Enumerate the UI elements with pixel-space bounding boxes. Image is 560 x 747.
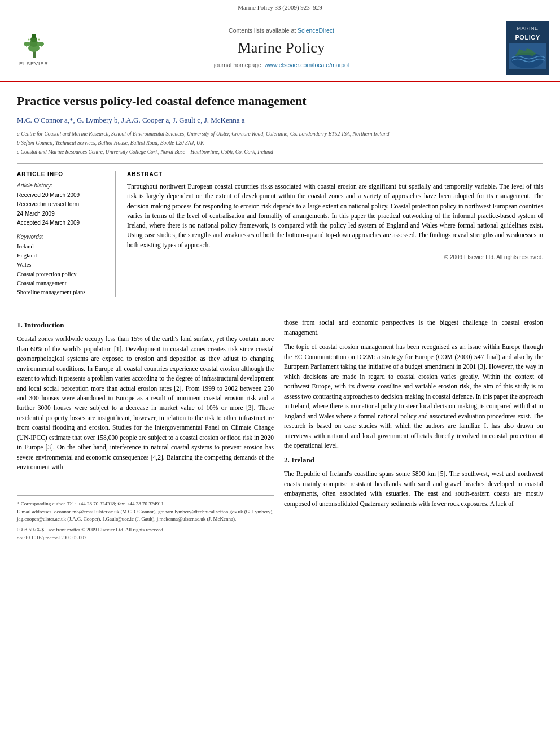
homepage-link[interactable]: www.elsevier.com/locate/marpol <box>265 62 349 68</box>
accepted-date: Accepted 24 March 2009 <box>17 219 108 228</box>
revised-date: 24 March 2009 <box>17 210 108 219</box>
journal-citation: Marine Policy 33 (2009) 923–929 <box>238 4 322 11</box>
homepage-label: journal homepage: <box>214 62 263 68</box>
contents-text: Contents lists available at <box>229 27 296 34</box>
marine-policy-box: MARINE POLICY <box>506 21 549 75</box>
keyword-5: Coastal management <box>17 279 108 287</box>
article-content: Practice versus policy-led coastal defen… <box>0 82 560 318</box>
mp-bottom: POLICY <box>509 33 546 41</box>
article-title: Practice versus policy-led coastal defen… <box>17 93 543 110</box>
svg-point-10 <box>41 46 42 47</box>
section1-para1: Coastal zones worldwide occupy less than… <box>17 334 274 473</box>
journal-title: Marine Policy <box>56 37 506 59</box>
section1-para2: those from social and economic perspecti… <box>284 318 543 338</box>
journal-center: Contents lists available at ScienceDirec… <box>56 27 506 69</box>
section1-heading-text: 1. Introduction <box>17 321 64 329</box>
svg-point-5 <box>24 42 30 46</box>
elsevier-logo: ELSEVIER <box>11 28 56 68</box>
divider-2 <box>17 305 543 305</box>
keywords-label: Keywords: <box>17 233 108 242</box>
section1-para3: The topic of coastal erosion management … <box>284 342 543 451</box>
left-column: 1. Introduction Coastal zones worldwide … <box>17 318 274 542</box>
affiliation-b: b Sefton Council, Technical Services, Ba… <box>17 139 543 147</box>
issn-note: 0308-597X/$ - see front matter © 2009 El… <box>17 526 274 534</box>
affiliation-a: a Centre for Coastal and Marine Research… <box>17 130 543 138</box>
keywords-section: Keywords: Ireland England Wales Coastal … <box>17 233 108 297</box>
section2-para1: The Republic of Ireland's coastline span… <box>284 469 543 509</box>
section1-heading: 1. Introduction <box>17 320 274 331</box>
elsevier-tree-icon <box>19 28 50 59</box>
body-columns: 1. Introduction Coastal zones worldwide … <box>0 318 560 542</box>
keyword-1: Ireland <box>17 242 108 251</box>
received-date: Received 20 March 2009 <box>17 191 108 200</box>
journal-citation-bar: Marine Policy 33 (2009) 923–929 <box>0 0 560 15</box>
divider <box>17 163 543 164</box>
footer-bottom-area: 0308-597X/$ - see front matter © 2009 El… <box>17 526 274 541</box>
abstract-title: ABSTRACT <box>127 171 543 179</box>
footnotes-area: * Corresponding author. Tel.: +44 28 70 … <box>17 495 274 523</box>
elsevier-wordmark: ELSEVIER <box>19 60 49 68</box>
page: Marine Policy 33 (2009) 923–929 <box>0 0 560 747</box>
keyword-2: England <box>17 251 108 260</box>
article-info-column: ARTICLE INFO Article history: Received 2… <box>17 171 116 298</box>
svg-point-9 <box>26 46 27 47</box>
keyword-6: Shoreline management plans <box>17 288 108 296</box>
corresponding-note: * Corresponding author. Tel.: +44 28 70 … <box>17 500 274 508</box>
info-abstract-section: ARTICLE INFO Article history: Received 2… <box>17 171 543 298</box>
svg-point-7 <box>28 39 29 41</box>
keyword-4: Coastal protection policy <box>17 270 108 278</box>
sciencedirect-link[interactable]: ScienceDirect <box>298 27 334 34</box>
svg-point-4 <box>32 34 36 38</box>
article-info-title: ARTICLE INFO <box>17 171 108 179</box>
right-column: those from social and economic perspecti… <box>284 318 543 542</box>
svg-point-8 <box>38 39 40 41</box>
authors-text: M.C. O'Connor a,*, G. Lymbery b, J.A.G. … <box>17 116 244 124</box>
doi-note: doi:10.1016/j.marpol.2009.03.007 <box>17 534 274 541</box>
journal-homepage: journal homepage: www.elsevier.com/locat… <box>56 61 506 69</box>
section2-heading: 2. Ireland <box>284 455 543 466</box>
abstract-column: ABSTRACT Throughout northwest European c… <box>127 171 543 298</box>
history-label: Article history: <box>17 182 108 190</box>
marine-policy-cover-image <box>509 43 546 69</box>
svg-point-6 <box>37 42 44 46</box>
email-note: E-mail addresses: oconnor-m5@email.ulste… <box>17 508 274 522</box>
copyright-line: © 2009 Elsevier Ltd. All rights reserved… <box>127 254 543 262</box>
abstract-text: Throughout northwest European coastal co… <box>127 182 543 250</box>
mp-top: MARINE <box>509 25 546 32</box>
authors-line: M.C. O'Connor a,*, G. Lymbery b, J.A.G. … <box>17 115 543 126</box>
journal-header: ELSEVIER Contents lists available at Sci… <box>0 15 560 82</box>
keyword-3: Wales <box>17 260 108 269</box>
contents-line: Contents lists available at ScienceDirec… <box>56 27 506 35</box>
affiliation-c: c Coastal and Marine Resources Centre, U… <box>17 148 543 156</box>
section2-heading-text: 2. Ireland <box>284 456 314 464</box>
revised-label: Received in revised form <box>17 200 108 209</box>
